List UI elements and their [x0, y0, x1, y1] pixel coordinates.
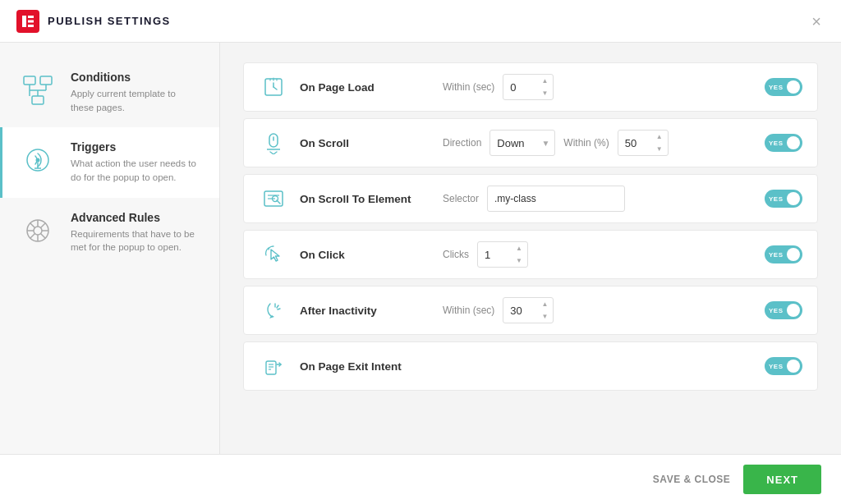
exit-intent-name: On Page Exit Intent	[300, 360, 431, 373]
trigger-row-page-load: On Page Load Within (sec) ▲ ▼	[243, 62, 818, 112]
click-count-wrap: ▲ ▼	[477, 241, 528, 268]
svg-line-23	[41, 222, 46, 227]
page-load-spin-btns: ▲ ▼	[537, 75, 552, 99]
inactivity-sec-spin-up[interactable]: ▲	[537, 298, 552, 310]
close-button[interactable]: ×	[808, 10, 825, 33]
modal-title: PUBLISH SETTINGS	[48, 15, 171, 27]
publish-settings-modal: PUBLISH SETTINGS ×	[0, 0, 841, 504]
scroll-element-controls: Selector	[443, 186, 625, 212]
svg-rect-39	[266, 361, 276, 374]
scroll-pct-wrap: ▲ ▼	[618, 130, 669, 156]
click-clicks-label: Clicks	[443, 249, 469, 260]
svg-rect-3	[28, 25, 34, 27]
inactivity-toggle-wrap: YES	[765, 301, 802, 319]
sidebar-item-triggers[interactable]: Triggers What action the user needs to d…	[0, 127, 219, 197]
header-left: PUBLISH SETTINGS	[16, 10, 171, 33]
inactivity-sec-label: Within (sec)	[443, 305, 494, 316]
scroll-pct-label: Within (%)	[563, 137, 609, 149]
page-load-name: On Page Load	[300, 81, 431, 94]
click-toggle-wrap: YES	[765, 245, 802, 263]
next-button[interactable]: NEXT	[743, 465, 821, 494]
triggers-icon	[18, 140, 57, 180]
sidebar-item-advanced-rules[interactable]: Advanced Rules Requirements that have to…	[0, 198, 219, 268]
svg-rect-2	[28, 20, 34, 22]
click-count-spin-down[interactable]: ▼	[512, 254, 526, 267]
svg-point-12	[36, 158, 40, 163]
page-load-icon	[259, 72, 288, 102]
scroll-element-selector-label: Selector	[443, 193, 479, 204]
scroll-name: On Scroll	[300, 137, 431, 149]
scroll-direction-wrap: Down Up ▼	[489, 130, 555, 156]
trigger-row-inactivity: After Inactivity Within (sec) ▲ ▼	[243, 286, 818, 335]
modal-header: PUBLISH SETTINGS ×	[0, 0, 841, 43]
advanced-rules-icon	[18, 211, 57, 250]
trigger-row-click: On Click Clicks ▲ ▼ YES	[243, 230, 818, 279]
main-content: On Page Load Within (sec) ▲ ▼	[220, 43, 841, 454]
scroll-icon	[259, 128, 288, 158]
sidebar: Conditions Apply current template to the…	[0, 43, 220, 454]
click-count-spin-btns: ▲ ▼	[512, 242, 526, 267]
trigger-row-scroll: On Scroll Direction Down Up ▼ Within (%)	[243, 118, 818, 167]
svg-line-38	[278, 309, 280, 309]
svg-rect-6	[32, 96, 44, 104]
scroll-toggle[interactable]: YES	[765, 134, 802, 152]
elementor-logo	[16, 10, 39, 33]
click-icon	[259, 240, 288, 269]
scroll-element-icon	[259, 184, 288, 213]
triggers-text: Triggers What action the user needs to d…	[71, 140, 201, 184]
triggers-desc: What action the user needs to do for the…	[71, 157, 201, 184]
conditions-text: Conditions Apply current template to the…	[71, 71, 201, 114]
scroll-direction-label: Direction	[443, 137, 481, 149]
conditions-icon	[18, 71, 57, 110]
advanced-rules-label: Advanced Rules	[71, 211, 201, 224]
svg-rect-4	[24, 76, 35, 85]
trigger-row-exit-intent: On Page Exit Intent YES	[243, 341, 818, 391]
scroll-pct-spin-btns: ▲ ▼	[652, 131, 667, 155]
inactivity-toggle[interactable]: YES	[765, 301, 802, 319]
trigger-row-scroll-element: On Scroll To Element Selector YES	[243, 174, 818, 223]
svg-line-37	[277, 305, 278, 308]
svg-line-24	[30, 233, 35, 238]
scroll-element-toggle[interactable]: YES	[765, 190, 802, 208]
inactivity-sec-spin-btns: ▲ ▼	[537, 298, 552, 323]
scroll-pct-spin-up[interactable]: ▲	[652, 131, 667, 143]
modal-footer: SAVE & CLOSE NEXT	[0, 454, 841, 504]
inactivity-controls: Within (sec) ▲ ▼	[443, 297, 592, 323]
page-load-toggle[interactable]: YES	[765, 78, 802, 96]
scroll-direction-select[interactable]: Down Up	[489, 130, 555, 156]
click-controls: Clicks ▲ ▼	[443, 241, 592, 268]
page-load-number-wrap: ▲ ▼	[503, 74, 554, 100]
svg-rect-1	[28, 16, 34, 18]
conditions-desc: Apply current template to these pages.	[71, 87, 201, 114]
scroll-element-name: On Scroll To Element	[300, 193, 431, 205]
page-load-spin-up[interactable]: ▲	[537, 75, 552, 87]
svg-rect-5	[40, 76, 52, 85]
sidebar-item-conditions[interactable]: Conditions Apply current template to the…	[0, 57, 219, 127]
scroll-controls: Direction Down Up ▼ Within (%) ▲ ▼	[443, 130, 669, 156]
page-load-label: Within (sec)	[443, 81, 494, 93]
click-count-spin-up[interactable]: ▲	[512, 242, 526, 254]
click-toggle[interactable]: YES	[765, 245, 802, 263]
svg-rect-0	[22, 16, 26, 27]
svg-line-22	[41, 233, 46, 238]
scroll-toggle-wrap: YES	[765, 134, 802, 152]
advanced-rules-text: Advanced Rules Requirements that have to…	[71, 211, 201, 254]
exit-intent-toggle-wrap: YES	[765, 357, 802, 375]
inactivity-icon	[259, 296, 288, 325]
inactivity-sec-wrap: ▲ ▼	[503, 297, 554, 323]
exit-intent-toggle[interactable]: YES	[765, 357, 802, 375]
save-close-button[interactable]: SAVE & CLOSE	[653, 474, 730, 485]
inactivity-name: After Inactivity	[300, 305, 431, 317]
scroll-element-selector-input[interactable]	[487, 186, 625, 212]
inactivity-sec-spin-down[interactable]: ▼	[537, 310, 552, 323]
scroll-pct-spin-down[interactable]: ▼	[652, 143, 667, 155]
svg-line-21	[30, 222, 35, 227]
page-load-controls: Within (sec) ▲ ▼	[443, 74, 592, 100]
page-load-spin-down[interactable]: ▼	[537, 87, 552, 99]
conditions-label: Conditions	[71, 71, 201, 84]
modal-body: Conditions Apply current template to the…	[0, 43, 841, 454]
scroll-element-toggle-wrap: YES	[765, 190, 802, 208]
advanced-rules-desc: Requirements that have to be met for the…	[71, 227, 201, 254]
exit-intent-icon	[259, 351, 288, 381]
click-name: On Click	[300, 249, 431, 261]
